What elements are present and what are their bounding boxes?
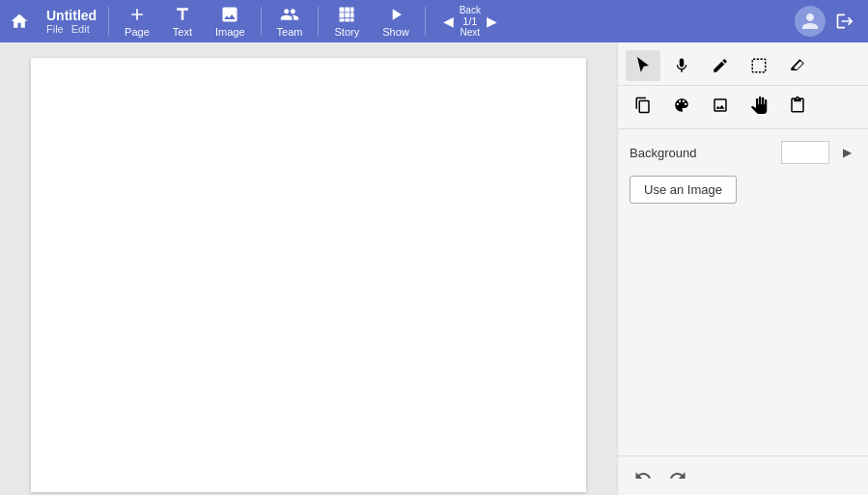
background-label: Background [630,146,773,160]
home-button[interactable] [0,0,39,42]
back-nav-section: ◀ Back 1/1 Next ▶ [430,0,511,42]
microphone-tool[interactable] [664,50,699,81]
document-title: Untitled [46,8,97,24]
title-section: Untitled File Edit [39,8,104,36]
canvas-area [0,42,617,495]
svg-rect-0 [752,59,766,72]
back-arrow[interactable]: ◀ [441,12,456,31]
tools-row-1 [618,42,868,86]
redo-button[interactable] [664,464,691,487]
undo-button[interactable] [630,464,657,487]
background-row: Background ▶ [630,141,856,164]
pen-tool[interactable] [703,50,738,81]
text-button[interactable]: Text [161,0,204,42]
eraser-tool[interactable] [780,50,815,81]
use-image-row: Use an Image [630,176,856,204]
page-button[interactable]: Page [113,0,161,42]
separator-1 [108,7,109,36]
image-frame-tool[interactable] [703,90,738,121]
main-area: Background ▶ Use an Image [0,42,868,495]
back-label: Back [460,5,481,15]
bottom-bar [618,455,868,495]
team-button[interactable]: Team [266,0,315,42]
canvas[interactable] [31,58,586,492]
background-color-swatch[interactable] [781,141,829,164]
hand-tool[interactable] [742,90,776,121]
story-button[interactable]: Story [322,0,371,42]
clipboard-tool[interactable] [780,90,815,121]
color-picker-tool[interactable] [664,90,699,121]
page-count: 1/1 [462,15,477,27]
shape-tool[interactable] [626,90,660,121]
background-arrow[interactable]: ▶ [837,141,856,164]
edit-menu[interactable]: Edit [71,23,90,35]
toolbar-right [795,6,868,37]
toolbar: Untitled File Edit Page Text Image Team [0,0,868,42]
next-label: Next [461,27,481,38]
separator-2 [261,7,262,36]
right-panel: Background ▶ Use an Image [617,42,868,495]
next-arrow[interactable]: ▶ [485,12,499,31]
separator-3 [318,7,319,36]
show-button[interactable]: Show [371,0,421,42]
selection-rect-tool[interactable] [742,50,776,81]
separator-4 [425,7,426,36]
user-avatar[interactable] [795,6,826,37]
select-tool[interactable] [626,50,660,81]
use-image-button[interactable]: Use an Image [630,176,737,204]
properties-panel: Background ▶ Use an Image [618,129,868,455]
image-button[interactable]: Image [204,0,257,42]
tools-row-2 [618,86,868,129]
file-menu[interactable]: File [46,23,64,35]
logout-button[interactable] [829,6,860,37]
